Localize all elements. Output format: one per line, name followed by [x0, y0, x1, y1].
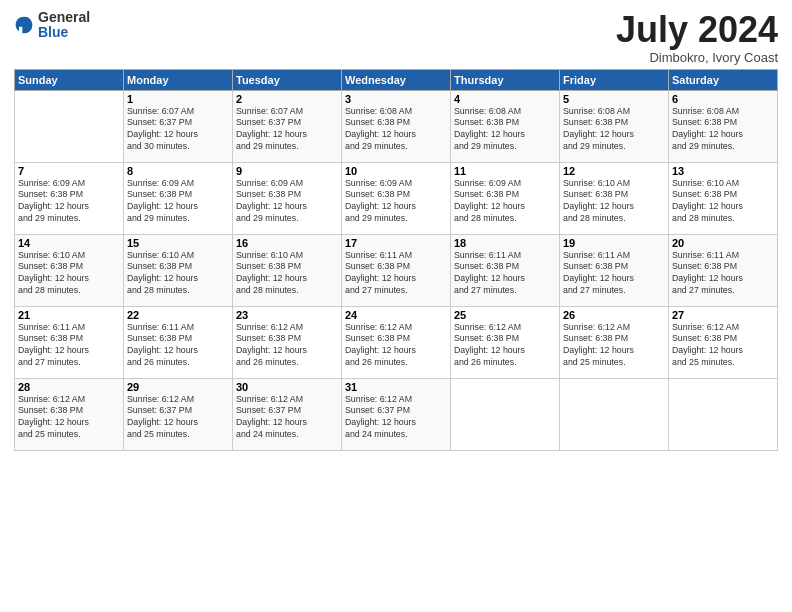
day-info: Sunrise: 6:08 AM Sunset: 6:38 PM Dayligh… [454, 106, 556, 154]
day-cell: 22Sunrise: 6:11 AM Sunset: 6:38 PM Dayli… [124, 306, 233, 378]
day-cell: 8Sunrise: 6:09 AM Sunset: 6:38 PM Daylig… [124, 162, 233, 234]
header-row: General Blue July 2024 Dimbokro, Ivory C… [14, 10, 778, 65]
day-info: Sunrise: 6:10 AM Sunset: 6:38 PM Dayligh… [672, 178, 774, 226]
day-cell: 18Sunrise: 6:11 AM Sunset: 6:38 PM Dayli… [451, 234, 560, 306]
day-info: Sunrise: 6:12 AM Sunset: 6:38 PM Dayligh… [563, 322, 665, 370]
day-number: 16 [236, 237, 338, 249]
day-number: 31 [345, 381, 447, 393]
day-number: 1 [127, 93, 229, 105]
day-cell: 10Sunrise: 6:09 AM Sunset: 6:38 PM Dayli… [342, 162, 451, 234]
day-cell: 24Sunrise: 6:12 AM Sunset: 6:38 PM Dayli… [342, 306, 451, 378]
day-cell: 13Sunrise: 6:10 AM Sunset: 6:38 PM Dayli… [669, 162, 778, 234]
day-cell [669, 378, 778, 450]
column-header-wednesday: Wednesday [342, 69, 451, 90]
day-cell: 5Sunrise: 6:08 AM Sunset: 6:38 PM Daylig… [560, 90, 669, 162]
day-info: Sunrise: 6:10 AM Sunset: 6:38 PM Dayligh… [236, 250, 338, 298]
day-cell: 3Sunrise: 6:08 AM Sunset: 6:38 PM Daylig… [342, 90, 451, 162]
day-cell: 31Sunrise: 6:12 AM Sunset: 6:37 PM Dayli… [342, 378, 451, 450]
day-number: 2 [236, 93, 338, 105]
day-number: 3 [345, 93, 447, 105]
day-info: Sunrise: 6:10 AM Sunset: 6:38 PM Dayligh… [18, 250, 120, 298]
day-info: Sunrise: 6:10 AM Sunset: 6:38 PM Dayligh… [127, 250, 229, 298]
day-cell: 11Sunrise: 6:09 AM Sunset: 6:38 PM Dayli… [451, 162, 560, 234]
day-info: Sunrise: 6:09 AM Sunset: 6:38 PM Dayligh… [236, 178, 338, 226]
day-info: Sunrise: 6:11 AM Sunset: 6:38 PM Dayligh… [18, 322, 120, 370]
day-number: 13 [672, 165, 774, 177]
day-info: Sunrise: 6:12 AM Sunset: 6:38 PM Dayligh… [18, 394, 120, 442]
day-cell: 14Sunrise: 6:10 AM Sunset: 6:38 PM Dayli… [15, 234, 124, 306]
day-number: 11 [454, 165, 556, 177]
day-number: 29 [127, 381, 229, 393]
day-info: Sunrise: 6:11 AM Sunset: 6:38 PM Dayligh… [563, 250, 665, 298]
day-info: Sunrise: 6:12 AM Sunset: 6:37 PM Dayligh… [345, 394, 447, 442]
location: Dimbokro, Ivory Coast [616, 50, 778, 65]
day-info: Sunrise: 6:11 AM Sunset: 6:38 PM Dayligh… [345, 250, 447, 298]
day-info: Sunrise: 6:07 AM Sunset: 6:37 PM Dayligh… [236, 106, 338, 154]
day-cell: 30Sunrise: 6:12 AM Sunset: 6:37 PM Dayli… [233, 378, 342, 450]
column-header-friday: Friday [560, 69, 669, 90]
day-info: Sunrise: 6:11 AM Sunset: 6:38 PM Dayligh… [127, 322, 229, 370]
day-cell [451, 378, 560, 450]
day-number: 30 [236, 381, 338, 393]
day-cell: 6Sunrise: 6:08 AM Sunset: 6:38 PM Daylig… [669, 90, 778, 162]
week-row-5: 28Sunrise: 6:12 AM Sunset: 6:38 PM Dayli… [15, 378, 778, 450]
week-row-3: 14Sunrise: 6:10 AM Sunset: 6:38 PM Dayli… [15, 234, 778, 306]
day-info: Sunrise: 6:09 AM Sunset: 6:38 PM Dayligh… [454, 178, 556, 226]
column-header-sunday: Sunday [15, 69, 124, 90]
calendar-container: General Blue July 2024 Dimbokro, Ivory C… [0, 0, 792, 459]
day-number: 8 [127, 165, 229, 177]
day-number: 25 [454, 309, 556, 321]
day-info: Sunrise: 6:12 AM Sunset: 6:37 PM Dayligh… [127, 394, 229, 442]
day-cell: 28Sunrise: 6:12 AM Sunset: 6:38 PM Dayli… [15, 378, 124, 450]
day-info: Sunrise: 6:11 AM Sunset: 6:38 PM Dayligh… [454, 250, 556, 298]
day-info: Sunrise: 6:12 AM Sunset: 6:38 PM Dayligh… [454, 322, 556, 370]
week-row-4: 21Sunrise: 6:11 AM Sunset: 6:38 PM Dayli… [15, 306, 778, 378]
day-number: 23 [236, 309, 338, 321]
day-number: 4 [454, 93, 556, 105]
day-cell: 19Sunrise: 6:11 AM Sunset: 6:38 PM Dayli… [560, 234, 669, 306]
day-number: 14 [18, 237, 120, 249]
day-cell: 26Sunrise: 6:12 AM Sunset: 6:38 PM Dayli… [560, 306, 669, 378]
day-cell: 27Sunrise: 6:12 AM Sunset: 6:38 PM Dayli… [669, 306, 778, 378]
logo-text: General Blue [38, 10, 90, 41]
day-info: Sunrise: 6:08 AM Sunset: 6:38 PM Dayligh… [672, 106, 774, 154]
day-info: Sunrise: 6:07 AM Sunset: 6:37 PM Dayligh… [127, 106, 229, 154]
day-number: 22 [127, 309, 229, 321]
week-row-2: 7Sunrise: 6:09 AM Sunset: 6:38 PM Daylig… [15, 162, 778, 234]
week-row-1: 1Sunrise: 6:07 AM Sunset: 6:37 PM Daylig… [15, 90, 778, 162]
day-cell: 25Sunrise: 6:12 AM Sunset: 6:38 PM Dayli… [451, 306, 560, 378]
day-cell: 29Sunrise: 6:12 AM Sunset: 6:37 PM Dayli… [124, 378, 233, 450]
day-number: 26 [563, 309, 665, 321]
day-info: Sunrise: 6:12 AM Sunset: 6:37 PM Dayligh… [236, 394, 338, 442]
day-cell: 20Sunrise: 6:11 AM Sunset: 6:38 PM Dayli… [669, 234, 778, 306]
day-number: 18 [454, 237, 556, 249]
day-cell: 23Sunrise: 6:12 AM Sunset: 6:38 PM Dayli… [233, 306, 342, 378]
day-number: 20 [672, 237, 774, 249]
column-header-tuesday: Tuesday [233, 69, 342, 90]
logo-general: General [38, 9, 90, 25]
day-number: 27 [672, 309, 774, 321]
day-info: Sunrise: 6:09 AM Sunset: 6:38 PM Dayligh… [18, 178, 120, 226]
day-cell: 12Sunrise: 6:10 AM Sunset: 6:38 PM Dayli… [560, 162, 669, 234]
day-number: 28 [18, 381, 120, 393]
day-cell: 7Sunrise: 6:09 AM Sunset: 6:38 PM Daylig… [15, 162, 124, 234]
logo: General Blue [14, 10, 90, 41]
day-number: 7 [18, 165, 120, 177]
day-info: Sunrise: 6:12 AM Sunset: 6:38 PM Dayligh… [345, 322, 447, 370]
day-info: Sunrise: 6:09 AM Sunset: 6:38 PM Dayligh… [345, 178, 447, 226]
day-cell: 15Sunrise: 6:10 AM Sunset: 6:38 PM Dayli… [124, 234, 233, 306]
day-info: Sunrise: 6:12 AM Sunset: 6:38 PM Dayligh… [236, 322, 338, 370]
title-block: July 2024 Dimbokro, Ivory Coast [616, 10, 778, 65]
day-number: 15 [127, 237, 229, 249]
logo-blue: Blue [38, 24, 68, 40]
day-cell: 1Sunrise: 6:07 AM Sunset: 6:37 PM Daylig… [124, 90, 233, 162]
day-info: Sunrise: 6:08 AM Sunset: 6:38 PM Dayligh… [563, 106, 665, 154]
day-info: Sunrise: 6:10 AM Sunset: 6:38 PM Dayligh… [563, 178, 665, 226]
day-number: 6 [672, 93, 774, 105]
month-title: July 2024 [616, 10, 778, 50]
day-number: 12 [563, 165, 665, 177]
day-cell: 2Sunrise: 6:07 AM Sunset: 6:37 PM Daylig… [233, 90, 342, 162]
day-cell: 17Sunrise: 6:11 AM Sunset: 6:38 PM Dayli… [342, 234, 451, 306]
day-number: 19 [563, 237, 665, 249]
day-cell: 21Sunrise: 6:11 AM Sunset: 6:38 PM Dayli… [15, 306, 124, 378]
